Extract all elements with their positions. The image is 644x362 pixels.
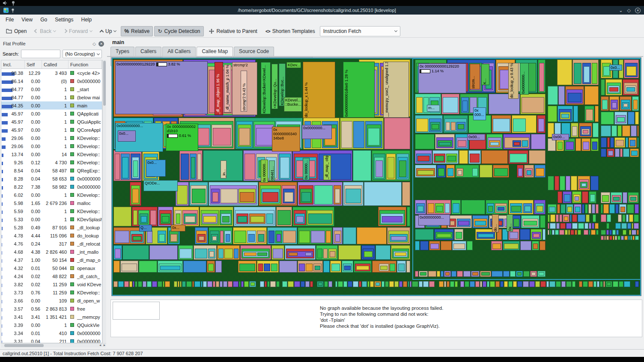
table-row[interactable]: 9.260.124 730KDevelop::	[1, 158, 102, 166]
graph-birdseye-view[interactable]	[113, 302, 160, 320]
open-button[interactable]: Open	[3, 26, 30, 36]
treemap-block[interactable]: Q...	[139, 225, 152, 231]
treemap-block[interactable]: 0x00000000...	[418, 214, 450, 226]
table-row[interactable]: 3.340.014100x0000000	[1, 329, 102, 337]
treemap-block[interactable]: _dl_name_match_p 1.04 %	[224, 65, 231, 113]
treemap-block[interactable]: 0x...	[507, 214, 513, 231]
tab-all-callers[interactable]: All Callers	[162, 47, 196, 56]
table-row[interactable]: 3.660.00109dl_open_w	[1, 297, 102, 305]
table-row[interactable]: 29.060.001KDevelop::	[1, 142, 102, 150]
table-row[interactable]: 86.140.00(0)0x0000000	[1, 77, 102, 85]
treemap-block[interactable]: do...	[492, 214, 499, 232]
table-row[interactable]: 4.784.44115 096do_lookup	[1, 231, 102, 240]
grouping-combobox[interactable]: (No Grouping)	[63, 50, 102, 58]
tab-types[interactable]: Types	[110, 47, 134, 56]
treemap-block[interactable]: 0x 000...	[473, 107, 486, 120]
table-row[interactable]: 4.760.24317_dl_relocat	[1, 240, 102, 248]
table-row[interactable]: 5.590.001KDevelop::	[1, 207, 102, 215]
treemap-block[interactable]: 0x0...	[118, 131, 136, 142]
treemap-block[interactable]: _dl_map_object 1.96 %	[215, 62, 223, 115]
speaker-icon[interactable]	[3, 1, 8, 5]
titlebar[interactable]: /home/sergobot/Documents/GCI/screenshots…	[0, 6, 644, 15]
treemap-block[interactable]: 0x0000000...	[302, 125, 332, 139]
table-row[interactable]: 3.570.562 863 813free	[1, 305, 102, 313]
scroll-right-icon[interactable]: ▸	[104, 343, 105, 347]
table-row[interactable]: 84.350.001main	[1, 101, 102, 110]
relative-to-parent-toggle[interactable]: Relative to Parent	[205, 26, 261, 36]
treemap-block[interactable]: 0x...	[171, 225, 185, 231]
table-row[interactable]: 3.730.7611 259KDevelop::	[1, 288, 102, 297]
tab-callers[interactable]: Callers	[135, 47, 161, 56]
table-row[interactable]: 6.020.001KDevelop::	[1, 191, 102, 199]
treemap-block[interactable]: _dl_map_ object'...	[323, 155, 331, 180]
treemap-block[interactable]: do_lookup_x 0.43 %	[508, 63, 519, 99]
treemap-block[interactable]: 0x 00000...	[303, 158, 310, 180]
maximize-button[interactable]: ◇	[627, 8, 631, 13]
up-button[interactable]: Up	[97, 26, 119, 36]
shade-button[interactable]: ⌄	[619, 8, 623, 13]
treemap-block[interactable]: 0x00...	[467, 134, 485, 140]
treemap-block[interactable]: 0x0...	[609, 65, 622, 71]
table-row[interactable]: 4.371.0050 154_dl_map_o	[1, 256, 102, 264]
float-dock-button[interactable]: ◇	[92, 42, 96, 46]
treemap-block[interactable]: K...	[481, 64, 489, 85]
treemap-block[interactable]: 0x0...	[146, 160, 166, 177]
treemap-block[interactable]: strcm...	[470, 64, 480, 89]
treemap-block[interactable]: 0x 000000...	[261, 160, 268, 183]
table-row[interactable]: 98.3812.293 493<cycle 42>	[1, 69, 102, 77]
menu-settings[interactable]: Settings	[51, 15, 77, 24]
table-row[interactable]: 45.970.001QApplicati	[1, 110, 102, 118]
close-dock-button[interactable]: ✕	[98, 41, 104, 47]
column-called[interactable]: Called	[42, 60, 69, 68]
shorten-templates-toggle[interactable]: <> Shorten Templates	[262, 26, 319, 36]
tab-callee-map[interactable]: Callee Map	[197, 47, 233, 56]
treemap-block[interactable]: KDevelop::Bucket<KDevel...	[261, 62, 271, 114]
relative-toggle[interactable]: % Relative	[121, 26, 153, 36]
treemap-block[interactable]: strcmp'2 0.43 %	[241, 71, 247, 112]
treemap-block[interactable]: 0x 00000000002 d1b100.61 %	[166, 124, 198, 151]
table-row[interactable]: 84.770.001(below mai	[1, 93, 102, 101]
search-input[interactable]	[21, 50, 60, 58]
treemap-block[interactable]: 0x 00000000001292201.14 %	[418, 63, 466, 93]
menu-help[interactable]: Help	[78, 15, 96, 24]
treemap-block[interactable]: 0x00...	[552, 134, 569, 140]
event-type-combobox[interactable]: Instruction Fetch	[320, 26, 400, 36]
table-row[interactable]: 4.684.382 826 460_int_mallo	[1, 248, 102, 256]
pin-icon[interactable]	[11, 1, 15, 6]
table-row[interactable]: 3.820.0211 259void KDeve	[1, 280, 102, 288]
treemap-block[interactable]: <KDevelop::Qu...	[271, 64, 278, 109]
forward-button[interactable]: Forward	[60, 26, 95, 36]
column-self[interactable]: Self	[25, 60, 42, 68]
back-button[interactable]: Back	[31, 26, 59, 36]
column-incl[interactable]: Incl.	[1, 60, 25, 68]
table-row[interactable]: 45.970.001QGuiApplic	[1, 118, 102, 126]
treemap-block[interactable]: 0x00000000001292203.82 %	[115, 61, 208, 114]
treemap-block[interactable]: 0x0000000001d4e0 1.28 %	[343, 62, 375, 118]
treemap-block[interactable]: KDevel... ::Bucke...	[284, 97, 302, 112]
table-row[interactable]: 3.310.042110x0000000	[1, 337, 102, 343]
treemap-block[interactable]: 0x 00000000340 34be8	[272, 127, 300, 151]
cycle-detection-toggle[interactable]: ↻ Cycle Detection	[154, 26, 203, 36]
table-row[interactable]: 5.280.4987 916_dl_lookup	[1, 223, 102, 231]
menu-view[interactable]: View	[18, 15, 36, 24]
table-row[interactable]: 4.240.0248 822_dl_catch_	[1, 272, 102, 280]
treemap-block[interactable]: m...	[427, 105, 440, 112]
table-row[interactable]: 3.390.001QQuickVie	[1, 321, 102, 329]
table-row[interactable]: 4.320.0150 044openaux	[1, 264, 102, 272]
table-row[interactable]: 45.970.001QCoreAppl	[1, 126, 102, 134]
treemap-block[interactable]: QIODe...	[143, 180, 178, 191]
table-row[interactable]: 8.540.0458 497QRegExp::	[1, 166, 102, 175]
treemap-block[interactable]: 0x0000000...	[520, 63, 529, 95]
table-row[interactable]: 84.770.001_start	[1, 85, 102, 93]
table-vertical-scrollbar[interactable]	[102, 60, 106, 343]
table-row[interactable]: 8.280.0458 6530x0000000	[1, 175, 102, 183]
table-row[interactable]: 8.227.3858 9820x0000000	[1, 183, 102, 191]
treemap-block[interactable]: __memcpy_sse2_ unaligned 1.39 %	[383, 62, 409, 118]
treemap-block[interactable]: KDev...	[286, 62, 301, 68]
table-row[interactable]: 5.981.652 679 236malloc	[1, 199, 102, 207]
close-button[interactable]: ✕	[635, 8, 641, 13]
tab-source-code[interactable]: Source Code	[234, 47, 274, 56]
treemap-block[interactable]: _in...	[221, 160, 227, 178]
table-row[interactable]: 13.740.0014KDevelop::	[1, 150, 102, 158]
table-row[interactable]: 29.060.001KDevelop::	[1, 134, 102, 142]
